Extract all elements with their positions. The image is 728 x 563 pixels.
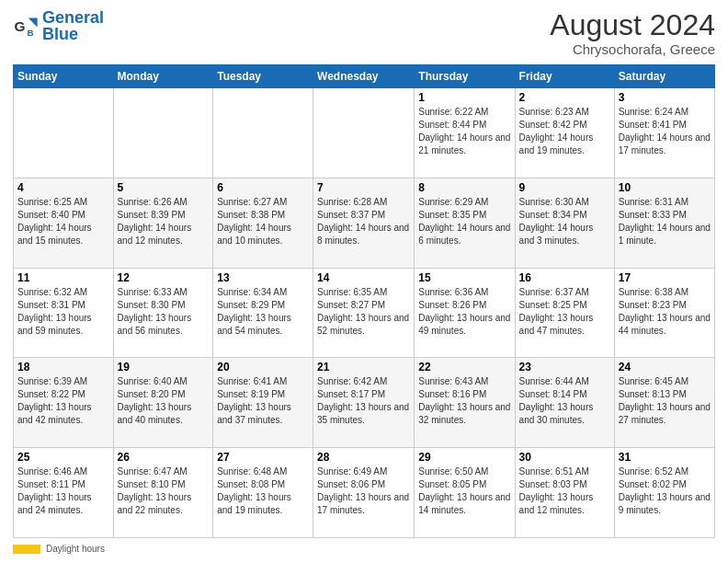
calendar-cell: 17Sunrise: 6:38 AM Sunset: 8:23 PM Dayli… — [614, 268, 714, 358]
subtitle: Chrysochorafa, Greece — [550, 41, 715, 57]
day-number: 16 — [519, 271, 610, 284]
day-info: Sunrise: 6:23 AM Sunset: 8:42 PM Dayligh… — [519, 106, 610, 157]
day-number: 21 — [317, 361, 410, 373]
day-number: 23 — [519, 361, 610, 373]
logo: G B General Blue — [13, 9, 104, 42]
calendar-cell: 24Sunrise: 6:45 AM Sunset: 8:13 PM Dayli… — [614, 358, 714, 448]
day-number: 6 — [217, 181, 309, 194]
calendar-cell: 23Sunrise: 6:44 AM Sunset: 8:14 PM Dayli… — [515, 358, 614, 448]
day-number: 9 — [519, 181, 610, 194]
weekday-header-monday: Monday — [113, 65, 213, 88]
logo-blue: Blue — [42, 25, 78, 43]
day-info: Sunrise: 6:41 AM Sunset: 8:19 PM Dayligh… — [217, 375, 309, 427]
logo-icon: G B — [13, 13, 39, 39]
day-info: Sunrise: 6:34 AM Sunset: 8:29 PM Dayligh… — [217, 286, 309, 338]
day-info: Sunrise: 6:25 AM Sunset: 8:40 PM Dayligh… — [17, 196, 109, 247]
day-info: Sunrise: 6:42 AM Sunset: 8:17 PM Dayligh… — [317, 375, 410, 427]
day-info: Sunrise: 6:48 AM Sunset: 8:08 PM Dayligh… — [217, 465, 309, 517]
day-info: Sunrise: 6:29 AM Sunset: 8:35 PM Dayligh… — [418, 196, 510, 247]
calendar-table: SundayMondayTuesdayWednesdayThursdayFrid… — [13, 64, 715, 538]
calendar-cell: 9Sunrise: 6:30 AM Sunset: 8:34 PM Daylig… — [515, 178, 614, 268]
calendar-cell: 28Sunrise: 6:49 AM Sunset: 8:06 PM Dayli… — [313, 448, 415, 538]
calendar-cell: 7Sunrise: 6:28 AM Sunset: 8:37 PM Daylig… — [313, 178, 415, 268]
calendar-cell: 21Sunrise: 6:42 AM Sunset: 8:17 PM Dayli… — [313, 358, 415, 448]
day-number: 30 — [519, 451, 610, 464]
day-info: Sunrise: 6:36 AM Sunset: 8:26 PM Dayligh… — [418, 286, 510, 338]
day-number: 18 — [17, 361, 109, 373]
day-number: 20 — [217, 361, 309, 373]
day-info: Sunrise: 6:30 AM Sunset: 8:34 PM Dayligh… — [519, 196, 610, 247]
day-number: 25 — [17, 451, 109, 464]
day-number: 28 — [317, 451, 410, 464]
svg-text:B: B — [27, 28, 33, 38]
calendar-cell: 8Sunrise: 6:29 AM Sunset: 8:35 PM Daylig… — [415, 178, 515, 268]
header: G B General Blue August 2024 Chrysochora… — [13, 9, 715, 57]
logo-general: General — [42, 8, 104, 27]
day-number: 7 — [317, 181, 410, 194]
day-number: 29 — [418, 451, 510, 464]
calendar-cell: 1Sunrise: 6:22 AM Sunset: 8:44 PM Daylig… — [415, 88, 515, 178]
day-info: Sunrise: 6:33 AM Sunset: 8:30 PM Dayligh… — [118, 286, 210, 338]
calendar-cell: 29Sunrise: 6:50 AM Sunset: 8:05 PM Dayli… — [415, 448, 515, 538]
weekday-header-saturday: Saturday — [614, 65, 714, 88]
day-info: Sunrise: 6:39 AM Sunset: 8:22 PM Dayligh… — [17, 375, 109, 427]
calendar-cell: 11Sunrise: 6:32 AM Sunset: 8:31 PM Dayli… — [14, 268, 114, 358]
day-number: 1 — [418, 91, 510, 104]
daylight-bar-icon — [13, 545, 40, 554]
day-info: Sunrise: 6:38 AM Sunset: 8:23 PM Dayligh… — [619, 286, 711, 338]
day-number: 3 — [619, 91, 711, 104]
calendar-cell: 5Sunrise: 6:26 AM Sunset: 8:39 PM Daylig… — [113, 178, 213, 268]
day-number: 15 — [418, 271, 510, 284]
day-info: Sunrise: 6:26 AM Sunset: 8:39 PM Dayligh… — [118, 196, 210, 247]
day-info: Sunrise: 6:27 AM Sunset: 8:38 PM Dayligh… — [217, 196, 309, 247]
day-number: 11 — [17, 271, 109, 284]
calendar-cell: 6Sunrise: 6:27 AM Sunset: 8:38 PM Daylig… — [213, 178, 313, 268]
day-number: 5 — [118, 181, 210, 194]
day-info: Sunrise: 6:43 AM Sunset: 8:16 PM Dayligh… — [418, 375, 510, 427]
day-info: Sunrise: 6:51 AM Sunset: 8:03 PM Dayligh… — [519, 465, 610, 517]
day-info: Sunrise: 6:47 AM Sunset: 8:10 PM Dayligh… — [118, 465, 210, 517]
day-number: 4 — [17, 181, 109, 194]
calendar-cell: 30Sunrise: 6:51 AM Sunset: 8:03 PM Dayli… — [515, 448, 614, 538]
calendar-cell: 13Sunrise: 6:34 AM Sunset: 8:29 PM Dayli… — [213, 268, 313, 358]
day-number: 17 — [619, 271, 711, 284]
calendar-cell: 10Sunrise: 6:31 AM Sunset: 8:33 PM Dayli… — [614, 178, 714, 268]
calendar-cell: 18Sunrise: 6:39 AM Sunset: 8:22 PM Dayli… — [14, 358, 114, 448]
footer: Daylight hours — [13, 544, 715, 554]
calendar-cell: 26Sunrise: 6:47 AM Sunset: 8:10 PM Dayli… — [113, 448, 213, 538]
day-number: 10 — [619, 181, 711, 194]
weekday-header-wednesday: Wednesday — [313, 65, 415, 88]
calendar-cell: 25Sunrise: 6:46 AM Sunset: 8:11 PM Dayli… — [14, 448, 114, 538]
logo-text: General Blue — [42, 9, 104, 42]
calendar-cell: 22Sunrise: 6:43 AM Sunset: 8:16 PM Dayli… — [415, 358, 515, 448]
weekday-header-thursday: Thursday — [415, 65, 515, 88]
weekday-header-sunday: Sunday — [14, 65, 114, 88]
daylight-label: Daylight hours — [46, 544, 105, 554]
day-number: 12 — [118, 271, 210, 284]
calendar-cell: 20Sunrise: 6:41 AM Sunset: 8:19 PM Dayli… — [213, 358, 313, 448]
day-info: Sunrise: 6:45 AM Sunset: 8:13 PM Dayligh… — [619, 375, 711, 427]
calendar-cell: 2Sunrise: 6:23 AM Sunset: 8:42 PM Daylig… — [515, 88, 614, 178]
calendar-cell: 31Sunrise: 6:52 AM Sunset: 8:02 PM Dayli… — [614, 448, 714, 538]
calendar-cell: 4Sunrise: 6:25 AM Sunset: 8:40 PM Daylig… — [14, 178, 114, 268]
calendar-cell — [113, 88, 213, 178]
day-info: Sunrise: 6:40 AM Sunset: 8:20 PM Dayligh… — [118, 375, 210, 427]
day-info: Sunrise: 6:49 AM Sunset: 8:06 PM Dayligh… — [317, 465, 410, 517]
day-number: 24 — [619, 361, 711, 373]
calendar-cell: 15Sunrise: 6:36 AM Sunset: 8:26 PM Dayli… — [415, 268, 515, 358]
day-number: 27 — [217, 451, 309, 464]
calendar-cell — [14, 88, 114, 178]
day-info: Sunrise: 6:44 AM Sunset: 8:14 PM Dayligh… — [519, 375, 610, 427]
day-info: Sunrise: 6:32 AM Sunset: 8:31 PM Dayligh… — [17, 286, 109, 338]
calendar-cell: 12Sunrise: 6:33 AM Sunset: 8:30 PM Dayli… — [113, 268, 213, 358]
day-number: 13 — [217, 271, 309, 284]
day-info: Sunrise: 6:46 AM Sunset: 8:11 PM Dayligh… — [17, 465, 109, 517]
calendar-cell — [313, 88, 415, 178]
svg-marker-1 — [28, 18, 38, 28]
calendar-cell: 27Sunrise: 6:48 AM Sunset: 8:08 PM Dayli… — [213, 448, 313, 538]
title-block: August 2024 Chrysochorafa, Greece — [550, 9, 715, 57]
day-info: Sunrise: 6:50 AM Sunset: 8:05 PM Dayligh… — [418, 465, 510, 517]
day-number: 31 — [619, 451, 711, 464]
day-info: Sunrise: 6:24 AM Sunset: 8:41 PM Dayligh… — [619, 106, 711, 157]
day-info: Sunrise: 6:37 AM Sunset: 8:25 PM Dayligh… — [519, 286, 610, 338]
